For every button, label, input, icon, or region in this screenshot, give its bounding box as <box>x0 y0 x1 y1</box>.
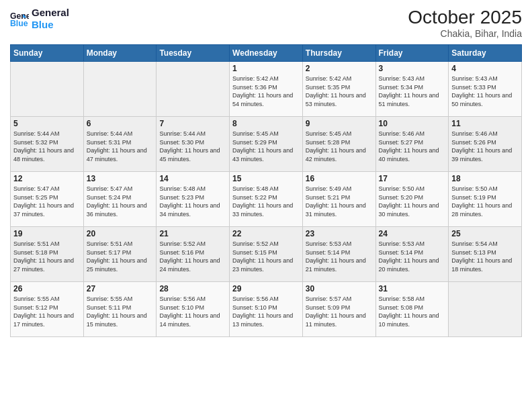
day-cell: 30Sunrise: 5:57 AMSunset: 5:09 PMDayligh… <box>302 282 375 337</box>
day-info: Sunrise: 5:44 AMSunset: 5:31 PMDaylight:… <box>87 130 154 163</box>
week-row-1: 5Sunrise: 5:44 AMSunset: 5:32 PMDaylight… <box>11 117 522 172</box>
day-number: 6 <box>87 119 154 128</box>
day-number: 9 <box>306 119 373 128</box>
day-cell <box>11 62 84 117</box>
day-number: 25 <box>451 229 519 238</box>
day-cell: 19Sunrise: 5:51 AMSunset: 5:18 PMDayligh… <box>11 227 84 282</box>
col-header-saturday: Saturday <box>449 45 522 62</box>
day-cell: 24Sunrise: 5:53 AMSunset: 5:14 PMDayligh… <box>375 227 449 282</box>
day-info: Sunrise: 5:45 AMSunset: 5:29 PMDaylight:… <box>232 130 300 163</box>
col-header-sunday: Sunday <box>11 45 84 62</box>
col-header-thursday: Thursday <box>302 45 375 62</box>
day-info: Sunrise: 5:42 AMSunset: 5:35 PMDaylight:… <box>306 75 373 108</box>
day-number: 28 <box>159 284 226 293</box>
day-info: Sunrise: 5:53 AMSunset: 5:14 PMDaylight:… <box>306 240 373 273</box>
col-header-friday: Friday <box>375 45 449 62</box>
day-cell: 21Sunrise: 5:52 AMSunset: 5:16 PMDayligh… <box>157 227 230 282</box>
logo-general: General <box>32 7 69 19</box>
day-cell: 3Sunrise: 5:43 AMSunset: 5:34 PMDaylight… <box>375 62 449 117</box>
col-header-tuesday: Tuesday <box>157 45 230 62</box>
day-cell: 25Sunrise: 5:54 AMSunset: 5:13 PMDayligh… <box>449 227 522 282</box>
day-number: 31 <box>379 284 446 293</box>
day-cell: 1Sunrise: 5:42 AMSunset: 5:36 PMDaylight… <box>230 62 303 117</box>
day-number: 20 <box>87 229 154 238</box>
day-cell: 13Sunrise: 5:47 AMSunset: 5:24 PMDayligh… <box>83 172 157 227</box>
calendar-header-row: SundayMondayTuesdayWednesdayThursdayFrid… <box>11 45 522 62</box>
day-info: Sunrise: 5:53 AMSunset: 5:14 PMDaylight:… <box>379 240 446 273</box>
col-header-wednesday: Wednesday <box>230 45 303 62</box>
day-number: 14 <box>159 174 226 183</box>
day-cell: 6Sunrise: 5:44 AMSunset: 5:31 PMDaylight… <box>83 117 157 172</box>
day-info: Sunrise: 5:52 AMSunset: 5:16 PMDaylight:… <box>159 240 226 273</box>
title-block: October 2025 Chakia, Bihar, India <box>408 7 522 39</box>
day-cell: 15Sunrise: 5:48 AMSunset: 5:22 PMDayligh… <box>230 172 303 227</box>
day-info: Sunrise: 5:50 AMSunset: 5:20 PMDaylight:… <box>379 185 446 218</box>
day-number: 10 <box>379 119 446 128</box>
day-number: 21 <box>159 229 226 238</box>
day-cell: 5Sunrise: 5:44 AMSunset: 5:32 PMDaylight… <box>11 117 84 172</box>
day-number: 4 <box>451 64 519 73</box>
day-cell: 22Sunrise: 5:52 AMSunset: 5:15 PMDayligh… <box>230 227 303 282</box>
day-cell: 17Sunrise: 5:50 AMSunset: 5:20 PMDayligh… <box>375 172 449 227</box>
day-info: Sunrise: 5:48 AMSunset: 5:23 PMDaylight:… <box>159 185 226 218</box>
day-info: Sunrise: 5:49 AMSunset: 5:21 PMDaylight:… <box>306 185 373 218</box>
day-cell: 7Sunrise: 5:44 AMSunset: 5:30 PMDaylight… <box>157 117 230 172</box>
day-number: 13 <box>87 174 154 183</box>
calendar-table: SundayMondayTuesdayWednesdayThursdayFrid… <box>10 44 522 337</box>
day-cell <box>449 282 522 337</box>
day-number: 18 <box>451 174 519 183</box>
day-info: Sunrise: 5:44 AMSunset: 5:30 PMDaylight:… <box>159 130 226 163</box>
day-number: 12 <box>13 174 81 183</box>
day-info: Sunrise: 5:51 AMSunset: 5:17 PMDaylight:… <box>87 240 154 273</box>
day-number: 5 <box>13 119 81 128</box>
day-info: Sunrise: 5:52 AMSunset: 5:15 PMDaylight:… <box>232 240 300 273</box>
day-info: Sunrise: 5:56 AMSunset: 5:10 PMDaylight:… <box>159 295 226 328</box>
day-number: 27 <box>87 284 154 293</box>
day-cell <box>83 62 157 117</box>
day-info: Sunrise: 5:44 AMSunset: 5:32 PMDaylight:… <box>13 130 81 163</box>
day-info: Sunrise: 5:43 AMSunset: 5:33 PMDaylight:… <box>451 75 519 108</box>
month-title: October 2025 <box>408 7 522 28</box>
logo-icon: General Blue <box>10 9 29 28</box>
day-number: 3 <box>379 64 446 73</box>
day-number: 29 <box>232 284 300 293</box>
header: General Blue General Blue October 2025 C… <box>10 7 522 39</box>
day-info: Sunrise: 5:58 AMSunset: 5:08 PMDaylight:… <box>379 295 446 328</box>
day-number: 8 <box>232 119 300 128</box>
day-number: 19 <box>13 229 81 238</box>
day-cell: 10Sunrise: 5:46 AMSunset: 5:27 PMDayligh… <box>375 117 449 172</box>
day-number: 16 <box>306 174 373 183</box>
day-cell: 8Sunrise: 5:45 AMSunset: 5:29 PMDaylight… <box>230 117 303 172</box>
day-info: Sunrise: 5:56 AMSunset: 5:10 PMDaylight:… <box>232 295 300 328</box>
day-info: Sunrise: 5:42 AMSunset: 5:36 PMDaylight:… <box>232 75 300 108</box>
day-info: Sunrise: 5:51 AMSunset: 5:18 PMDaylight:… <box>13 240 81 273</box>
day-number: 7 <box>159 119 226 128</box>
week-row-4: 26Sunrise: 5:55 AMSunset: 5:12 PMDayligh… <box>11 282 522 337</box>
day-cell: 26Sunrise: 5:55 AMSunset: 5:12 PMDayligh… <box>11 282 84 337</box>
day-info: Sunrise: 5:47 AMSunset: 5:25 PMDaylight:… <box>13 185 81 218</box>
day-cell: 9Sunrise: 5:45 AMSunset: 5:28 PMDaylight… <box>302 117 375 172</box>
day-cell: 20Sunrise: 5:51 AMSunset: 5:17 PMDayligh… <box>83 227 157 282</box>
day-number: 24 <box>379 229 446 238</box>
day-cell: 28Sunrise: 5:56 AMSunset: 5:10 PMDayligh… <box>157 282 230 337</box>
week-row-0: 1Sunrise: 5:42 AMSunset: 5:36 PMDaylight… <box>11 62 522 117</box>
week-row-3: 19Sunrise: 5:51 AMSunset: 5:18 PMDayligh… <box>11 227 522 282</box>
day-number: 17 <box>379 174 446 183</box>
logo-blue: Blue <box>32 19 69 31</box>
day-info: Sunrise: 5:55 AMSunset: 5:11 PMDaylight:… <box>87 295 154 328</box>
calendar-container: General Blue General Blue October 2025 C… <box>0 0 532 411</box>
day-cell: 12Sunrise: 5:47 AMSunset: 5:25 PMDayligh… <box>11 172 84 227</box>
day-info: Sunrise: 5:57 AMSunset: 5:09 PMDaylight:… <box>306 295 373 328</box>
day-cell: 11Sunrise: 5:46 AMSunset: 5:26 PMDayligh… <box>449 117 522 172</box>
day-cell: 4Sunrise: 5:43 AMSunset: 5:33 PMDaylight… <box>449 62 522 117</box>
day-cell: 31Sunrise: 5:58 AMSunset: 5:08 PMDayligh… <box>375 282 449 337</box>
day-info: Sunrise: 5:54 AMSunset: 5:13 PMDaylight:… <box>451 240 519 273</box>
day-cell: 27Sunrise: 5:55 AMSunset: 5:11 PMDayligh… <box>83 282 157 337</box>
day-cell: 29Sunrise: 5:56 AMSunset: 5:10 PMDayligh… <box>230 282 303 337</box>
day-number: 1 <box>232 64 300 73</box>
day-cell: 14Sunrise: 5:48 AMSunset: 5:23 PMDayligh… <box>157 172 230 227</box>
day-number: 15 <box>232 174 300 183</box>
day-info: Sunrise: 5:46 AMSunset: 5:26 PMDaylight:… <box>451 130 519 163</box>
day-info: Sunrise: 5:46 AMSunset: 5:27 PMDaylight:… <box>379 130 446 163</box>
day-info: Sunrise: 5:48 AMSunset: 5:22 PMDaylight:… <box>232 185 300 218</box>
